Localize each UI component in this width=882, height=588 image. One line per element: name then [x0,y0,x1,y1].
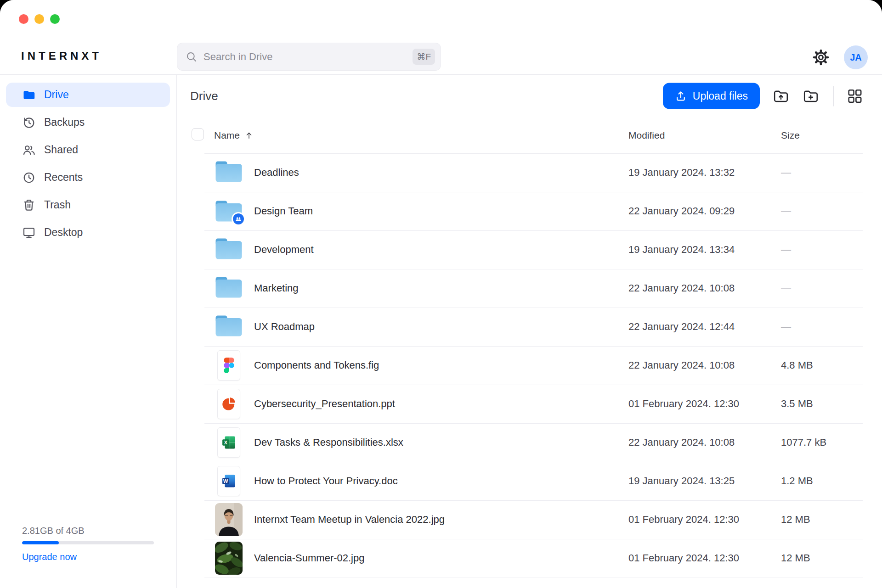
sidebar-item-label: Desktop [44,226,83,239]
folder-icon [215,276,243,300]
sort-ascending-icon [244,131,254,140]
trash-icon [22,198,36,212]
table-row[interactable]: UX Roadmap 22 January 2024. 12:44 — [177,308,882,346]
gear-icon [812,48,830,67]
folder-icon [215,315,243,339]
file-name: Marketing [254,269,299,308]
sidebar-item-recents[interactable]: Recents [6,165,170,190]
folder-icon [215,238,243,262]
sidebar: DriveBackupsSharedRecentsTrashDesktop 2.… [0,75,177,588]
file-name: Design Team [254,192,313,230]
file-modified: 19 January 2024. 13:34 [628,230,735,269]
table-row[interactable]: Cybersecurity_Presentation.ppt 01 Februa… [177,385,882,423]
upload-icon [675,90,687,102]
people-icon [22,143,36,157]
file-modified: 22 January 2024. 09:29 [628,192,735,230]
file-icon [215,385,243,423]
sidebar-item-label: Backups [44,116,85,129]
sidebar-item-desktop[interactable]: Desktop [6,220,170,245]
table-row[interactable]: Marketing 22 January 2024. 10:08 — [177,269,882,308]
file-modified: 19 January 2024. 13:32 [628,153,735,192]
top-bar: INTERNXT Search in Drive ⌘F [0,0,882,75]
file-size: — [781,308,791,346]
svg-text:X: X [224,440,227,445]
window-controls [19,14,60,24]
file-modified: 01 February 2024. 12:30 [628,500,739,539]
file-size: — [781,269,791,308]
search-placeholder: Search in Drive [204,51,413,63]
file-name: How to Protect Your Privacy.doc [254,462,398,500]
file-icon: W [215,462,243,500]
file-icon: X [215,423,243,462]
file-icon [215,269,243,308]
column-header-name[interactable]: Name [214,130,254,141]
app-window: INTERNXT Search in Drive ⌘F [0,0,882,588]
table-row[interactable]: X Dev Tasks & Responsibilities.xlsx 22 J… [177,423,882,462]
file-icon [215,153,243,192]
toolbar-divider [833,86,834,106]
avatar[interactable]: JA [844,45,868,69]
close-window-button[interactable] [19,14,28,24]
file-name: Development [254,230,314,269]
file-name: Components and Tokens.fig [254,346,379,385]
grid-view-button[interactable] [846,87,864,105]
file-list: Deadlines 19 January 2024. 13:32 — Desig… [177,153,882,577]
table-row[interactable]: Development 19 January 2024. 13:34 — [177,230,882,269]
file-icon [215,192,243,230]
settings-button[interactable] [811,47,831,67]
file-name: Deadlines [254,153,299,192]
table-row[interactable]: Valencia-Summer-02.jpg 01 February 2024.… [177,539,882,577]
table-row[interactable]: Components and Tokens.fig 22 January 202… [177,346,882,385]
zoom-window-button[interactable] [50,14,60,24]
sidebar-item-backups[interactable]: Backups [6,110,170,134]
column-header-modified[interactable]: Modified [628,130,665,141]
sidebar-item-drive[interactable]: Drive [6,83,170,107]
folder-plus-icon [803,88,819,104]
storage-progress-bar [22,541,154,544]
clock-icon [22,171,36,185]
photo-thumbnail-leaves [215,542,243,575]
file-modified: 01 February 2024. 12:30 [628,385,739,423]
file-name: Valencia-Summer-02.jpg [254,539,364,577]
table-row[interactable]: Internxt Team Meetup in Valencia 2022.jp… [177,500,882,539]
file-icon [215,308,243,346]
file-name: Cybersecurity_Presentation.ppt [254,385,395,423]
powerpoint-file-icon [217,389,240,419]
file-modified: 22 January 2024. 10:08 [628,269,735,308]
word-file-icon: W [217,466,240,496]
table-row[interactable]: Deadlines 19 January 2024. 13:32 — [177,153,882,192]
select-all-checkbox[interactable] [192,128,204,140]
storage-progress-fill [22,541,59,544]
new-folder-button[interactable] [802,87,820,105]
folder-icon [215,161,243,185]
file-modified: 01 February 2024. 12:30 [628,539,739,577]
sidebar-item-label: Shared [44,144,78,156]
file-icon [215,230,243,269]
file-size: 4.8 MB [781,346,813,385]
sidebar-item-shared[interactable]: Shared [6,138,170,162]
table-row[interactable]: Design Team 22 January 2024. 09:29 — [177,192,882,230]
file-icon [215,539,243,577]
minimize-window-button[interactable] [34,14,44,24]
shared-folder-icon [215,200,243,222]
table-row[interactable]: W How to Protect Your Privacy.doc 19 Jan… [177,462,882,500]
file-size: 12 MB [781,539,810,577]
upload-files-button[interactable]: Upload files [663,83,760,109]
file-size: — [781,230,791,269]
file-modified: 22 January 2024. 10:08 [628,423,735,462]
column-header-size[interactable]: Size [781,130,800,141]
history-icon [22,116,36,129]
search-input[interactable]: Search in Drive ⌘F [177,43,441,71]
upgrade-now-link[interactable]: Upgrade now [22,552,77,562]
file-size: 3.5 MB [781,385,813,423]
storage-usage-text: 2.81GB of 4GB [22,526,154,536]
storage-widget: 2.81GB of 4GB Upgrade now [22,526,154,562]
file-name: Internxt Team Meetup in Valencia 2022.jp… [254,500,445,539]
upload-folder-button[interactable] [772,87,790,105]
file-modified: 22 January 2024. 10:08 [628,346,735,385]
file-icon [215,346,243,385]
sidebar-item-trash[interactable]: Trash [6,193,170,217]
folder-upload-icon [773,88,789,104]
file-size: 1077.7 kB [781,423,826,462]
internxt-logo: INTERNXT [21,50,102,62]
